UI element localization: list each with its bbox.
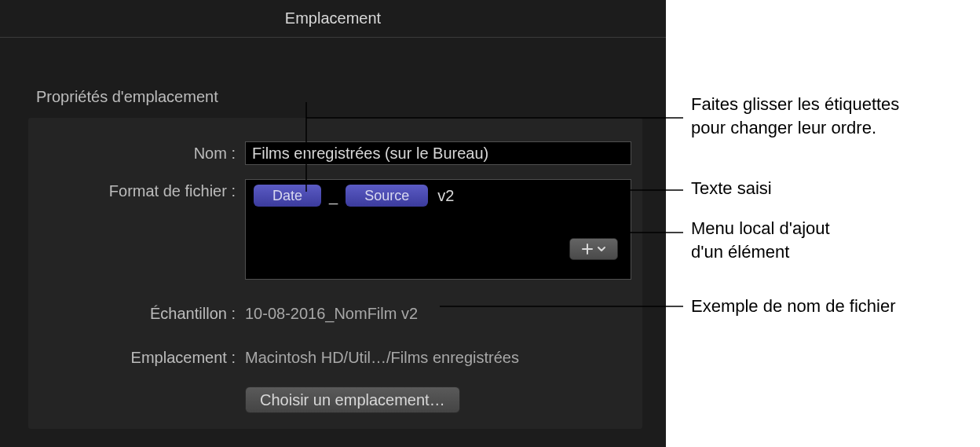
label-name: Nom : xyxy=(28,141,245,165)
callout-typed-text: Texte saisi xyxy=(691,177,772,200)
sample-value: 10-08-2016_NomFilm v2 xyxy=(245,302,418,325)
name-input[interactable] xyxy=(245,141,631,165)
callout-drag-tokens: Faites glisser les étiquettespour change… xyxy=(691,93,899,139)
settings-panel: Emplacement Propriétés d'emplacement Nom… xyxy=(0,0,666,447)
callouts-region: Faites glisser les étiquettespour change… xyxy=(666,0,980,447)
label-format: Format de fichier : xyxy=(28,179,245,203)
row-location: Emplacement : Macintosh HD/Util…/Films e… xyxy=(28,346,642,369)
choose-location-button[interactable]: Choisir un emplacement… xyxy=(245,387,460,413)
chevron-down-icon xyxy=(597,244,606,254)
location-path: Macintosh HD/Util…/Films enregistrées xyxy=(245,346,519,369)
callout-add-menu: Menu local d'ajoutd'un élément xyxy=(691,217,830,263)
typed-suffix[interactable]: v2 xyxy=(433,185,454,207)
panel-title: Emplacement xyxy=(0,0,666,38)
add-element-menu[interactable] xyxy=(569,238,618,260)
section-title: Propriétés d'emplacement xyxy=(36,88,218,106)
callout-sample-name: Exemple de nom de fichier xyxy=(691,295,895,318)
row-format: Format de fichier : Date _ Source v2 xyxy=(28,179,642,280)
plus-icon xyxy=(581,243,594,255)
format-token-field[interactable]: Date _ Source v2 xyxy=(245,179,631,280)
token-date[interactable]: Date xyxy=(254,185,321,207)
row-choose: Choisir un emplacement… xyxy=(28,387,642,413)
row-name: Nom : xyxy=(28,141,642,165)
label-sample: Échantillon : xyxy=(28,302,245,325)
token-separator: _ xyxy=(326,185,341,207)
token-source[interactable]: Source xyxy=(346,185,428,207)
label-location: Emplacement : xyxy=(28,346,245,369)
properties-box: Nom : Format de fichier : Date _ Source … xyxy=(28,118,642,429)
row-sample: Échantillon : 10-08-2016_NomFilm v2 xyxy=(28,302,642,325)
